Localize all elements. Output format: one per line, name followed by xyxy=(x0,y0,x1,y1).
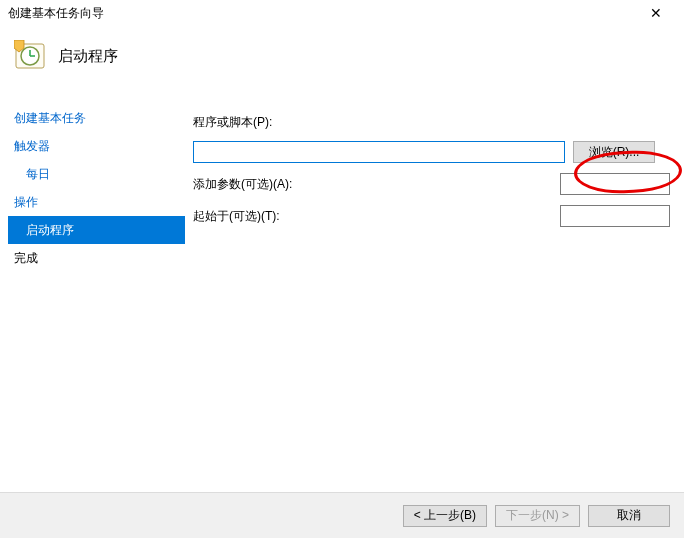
back-button[interactable]: < 上一步(B) xyxy=(403,505,487,527)
wizard-header: 启动程序 xyxy=(0,26,684,96)
args-label: 添加参数(可选)(A): xyxy=(193,176,333,193)
close-icon[interactable]: ✕ xyxy=(636,5,676,21)
program-input-row: 浏览(R)... xyxy=(193,141,670,163)
browse-button[interactable]: 浏览(R)... xyxy=(573,141,655,163)
args-row: 添加参数(可选)(A): xyxy=(193,173,670,195)
startin-row: 起始于(可选)(T): xyxy=(193,205,670,227)
titlebar: 创建基本任务向导 ✕ xyxy=(0,0,684,26)
page-title: 启动程序 xyxy=(58,47,118,66)
sidebar-item-trigger[interactable]: 触发器 xyxy=(8,132,185,160)
sidebar-item-daily[interactable]: 每日 xyxy=(8,160,185,188)
sidebar-item-finish[interactable]: 完成 xyxy=(8,244,185,272)
next-button: 下一步(N) > xyxy=(495,505,580,527)
clock-icon xyxy=(14,40,46,72)
program-input[interactable] xyxy=(193,141,565,163)
sidebar-item-action[interactable]: 操作 xyxy=(8,188,185,216)
window-title: 创建基本任务向导 xyxy=(8,5,104,22)
program-label: 程序或脚本(P): xyxy=(193,114,553,131)
wizard-footer: < 上一步(B) 下一步(N) > 取消 xyxy=(0,492,684,538)
startin-label: 起始于(可选)(T): xyxy=(193,208,333,225)
cancel-button[interactable]: 取消 xyxy=(588,505,670,527)
startin-input[interactable] xyxy=(560,205,670,227)
sidebar-item-create-task[interactable]: 创建基本任务 xyxy=(8,104,185,132)
form-panel: 程序或脚本(P): 浏览(R)... 添加参数(可选)(A): 起始于(可选)(… xyxy=(185,96,684,488)
wizard-sidebar: 创建基本任务 触发器 每日 操作 启动程序 完成 xyxy=(0,96,185,488)
sidebar-item-start-program[interactable]: 启动程序 xyxy=(8,216,185,244)
args-input[interactable] xyxy=(560,173,670,195)
program-label-row: 程序或脚本(P): xyxy=(193,114,670,131)
content-area: 创建基本任务 触发器 每日 操作 启动程序 完成 程序或脚本(P): 浏览(R)… xyxy=(0,96,684,488)
